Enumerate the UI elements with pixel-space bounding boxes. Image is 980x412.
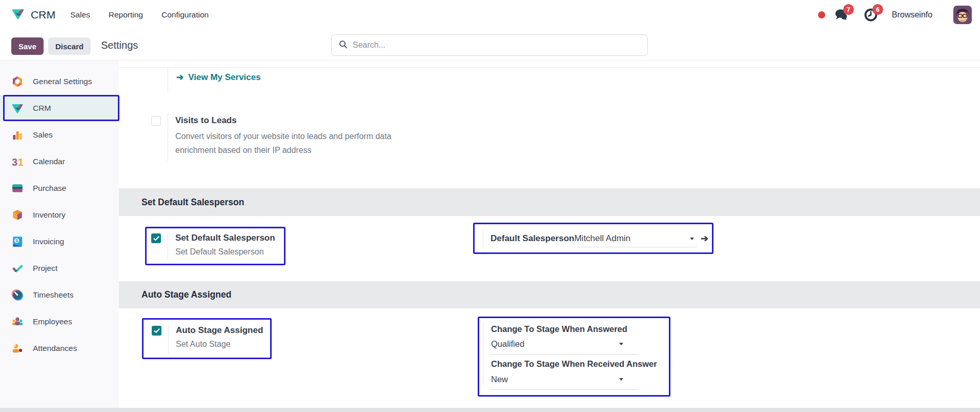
sidebar-item-label: Calendar [33,157,65,166]
search-box [331,34,648,56]
visits-to-leads-description: Convert visitors of your website into le… [175,129,410,157]
sidebar-item-label: Invoicing [33,237,64,246]
control-panel: Save Discard Settings [0,30,980,61]
chevron-down-icon[interactable] [619,343,623,345]
chevron-down-icon[interactable] [619,378,623,381]
status-dot [818,11,825,18]
sidebar-item-sales[interactable]: Sales [0,122,119,148]
visits-to-leads-checkbox[interactable] [151,116,161,126]
annotation-box-stage-fields: Change To Stage When Answered Qualified … [478,317,670,397]
sidebar-item-purchase[interactable]: Purchase [0,175,119,202]
set-default-salesperson-checkbox[interactable] [151,233,161,243]
user-avatar[interactable] [953,6,972,24]
annotation-box-auto-stage: Auto Stage Assigned Set Auto Stage [142,318,272,359]
user-menu[interactable]: Browseinfo [892,0,932,30]
divider [168,325,169,354]
annotation-box-crm [3,95,119,121]
sidebar-item-label: Purchase [33,184,66,193]
sidebar-item-attendances[interactable]: Attendances [0,335,119,362]
internal-link-arrow-icon[interactable]: ➔ [701,234,708,243]
page-title: Settings [101,30,138,61]
section-title: Set Default Salesperson [141,197,244,208]
arrow-right-icon: ➔ [176,72,183,83]
section-header-band: Set Default Salesperson [119,188,980,216]
section-header-band: Auto Stage Assigned [119,281,980,308]
calendar-icon: 3 1 [11,155,24,168]
divider [168,232,168,260]
annotation-box-default-salesperson-field: Default SalespersonMitchell Admin ➔ [473,223,713,254]
search-icon [339,40,348,51]
sidebar-item-label: Inventory [33,210,66,220]
sidebar-item-label: General Settings [33,77,92,86]
nav-menus: Sales Reporting Configuration [68,0,211,30]
change-stage-received-label: Change To Stage When Received Answer [491,359,657,369]
discard-button[interactable]: Discard [48,37,91,55]
attendances-icon [11,342,24,355]
menu-reporting[interactable]: Reporting [107,7,145,23]
field-underline [490,389,639,390]
sidebar-item-label: Sales [33,130,53,140]
invoicing-icon: $ [11,235,24,248]
purchase-icon [11,182,24,195]
auto-stage-assigned-checkbox[interactable] [152,326,161,336]
default-salesperson-field-label: Default Salesperson [491,233,574,244]
sidebar-item-timesheets[interactable]: Timesheets [0,282,119,308]
bottom-strip [0,408,980,412]
check-icon [153,236,159,241]
auto-stage-assigned-label: Auto Stage Assigned [176,325,263,336]
employees-icon [11,315,24,328]
change-stage-answered-value[interactable]: Qualified [491,339,524,349]
section-title: Auto Stage Assigned [141,289,231,300]
check-icon [154,328,160,333]
sidebar-item-general-settings[interactable]: General Settings [0,68,119,95]
menu-sales[interactable]: Sales [68,7,92,23]
svg-text:$: $ [15,238,18,243]
search-input[interactable] [353,41,640,50]
content-separator [119,67,980,68]
menu-configuration[interactable]: Configuration [159,7,211,23]
view-my-services-link[interactable]: ➔ View My Services [176,72,261,83]
sidebar-item-invoicing[interactable]: $ Invoicing [0,228,119,255]
svg-text:1: 1 [18,156,24,168]
sidebar-item-label: Timesheets [33,290,74,300]
change-stage-answered-label: Change To Stage When Answered [491,324,627,334]
crm-logo-icon [10,7,26,23]
sales-icon [11,128,24,142]
divider [168,68,168,92]
top-navbar: CRM Sales Reporting Configuration 7 6 Br… [0,0,980,30]
divider [483,322,483,385]
sidebar-item-calendar[interactable]: 3 1 Calendar [0,148,119,175]
inventory-icon [11,208,24,222]
messages-badge: 7 [843,4,854,15]
change-stage-received-value[interactable]: New [491,375,508,384]
default-salesperson-value[interactable]: Mitchell Admin [574,233,630,244]
auto-stage-assigned-sublabel: Set Auto Stage [176,340,231,349]
timesheets-icon [11,288,24,302]
save-button[interactable]: Save [11,37,44,55]
divider [168,113,168,163]
sidebar-item-label: Employees [33,317,72,326]
svg-text:3: 3 [12,156,17,168]
visits-to-leads-label: Visits to Leads [175,115,237,126]
sidebar-item-label: Project [33,264,57,273]
set-default-salesperson-sublabel: Set Default Salesperson [175,247,264,257]
annotation-box-set-default-salesperson: Set Default Salesperson Set Default Sale… [145,227,285,265]
sidebar-item-employees[interactable]: Employees [0,308,119,335]
sidebar-item-project[interactable]: Project [0,255,119,282]
brand-name: CRM [31,9,55,21]
chevron-down-icon[interactable] [690,238,694,240]
set-default-salesperson-label: Set Default Salesperson [175,233,275,243]
field-underline [578,247,697,247]
sidebar-item-label: Attendances [33,344,77,353]
project-icon [11,262,24,275]
settings-content: ➔ View My Services Visits to Leads Conve… [119,61,980,408]
general-settings-icon [11,75,24,88]
activities-badge: 6 [872,4,883,15]
sidebar-item-inventory[interactable]: Inventory [0,202,119,228]
app-switcher[interactable]: CRM [10,0,55,30]
field-underline [490,354,639,355]
divider [483,228,483,249]
